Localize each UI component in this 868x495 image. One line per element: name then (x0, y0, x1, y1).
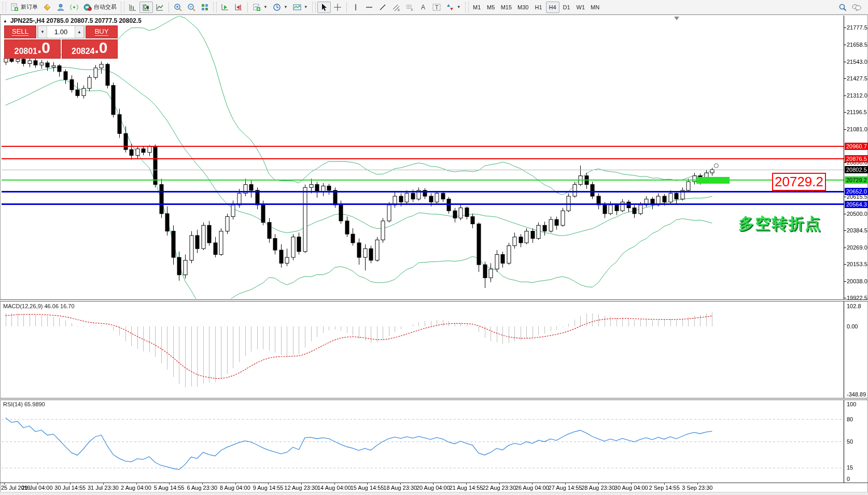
volume-control: ▼ 1.00 ▲ (37, 25, 85, 38)
cursor-button[interactable] (317, 2, 331, 13)
equidistant-channel-icon: E (392, 3, 400, 11)
text-button[interactable]: A (416, 2, 430, 13)
equidistant-channel-button[interactable]: E (389, 2, 403, 13)
toolbar-grip[interactable] (3, 2, 6, 12)
market-button[interactable] (40, 2, 54, 13)
price-tick-label: 21312.0 (847, 92, 867, 99)
templates-button[interactable]: ▼ (290, 2, 311, 13)
time-axis-label: 12 Aug 23:30 (284, 485, 318, 491)
price-tick-label: 20269.0 (847, 244, 867, 251)
timeframe-d1-button[interactable]: D1 (560, 2, 573, 13)
bar-chart-button[interactable] (126, 2, 139, 13)
price-tick-label: 21658.5 (847, 42, 867, 48)
timeframe-m5-button[interactable]: M5 (484, 2, 498, 13)
volume-decrease-button[interactable]: ▼ (38, 26, 47, 38)
price-note-annotation[interactable]: 20729.2 (772, 173, 826, 191)
periods-button[interactable]: ▼ (270, 2, 290, 13)
auto-trading-button[interactable]: 自动交易 (81, 2, 119, 13)
pane-separator-rsi[interactable] (0, 398, 868, 400)
cn-text-annotation[interactable]: 多空转折点 (738, 213, 821, 235)
one-click-trading-panel: SELL ▼ 1.00 ▲ BUY 20801.0 20824.0 (4, 25, 118, 59)
buy-button[interactable]: BUY (86, 25, 118, 38)
trendline-button[interactable] (376, 2, 389, 13)
fibonacci-button[interactable]: F (403, 2, 416, 13)
zoom-out-button[interactable] (185, 2, 198, 13)
profile-button[interactable] (54, 2, 67, 13)
new-order-button[interactable]: 新订单 (8, 2, 40, 13)
timeframe-m15-button[interactable]: M15 (498, 2, 514, 13)
auto-scroll-button[interactable] (218, 2, 232, 13)
tile-windows-button[interactable] (198, 2, 212, 13)
templates-icon (293, 3, 301, 11)
price-level-label-support-lower: 20564.3 (845, 201, 868, 208)
hline-support-upper[interactable] (2, 191, 844, 192)
dropdown-caret-icon: ▼ (304, 5, 308, 9)
bid-price-box[interactable]: 20801.0 (4, 39, 61, 59)
price-tick-label: 20153.5 (847, 261, 867, 267)
periods-clock-icon (273, 3, 281, 11)
chart-shift-marker[interactable] (674, 17, 679, 20)
chart-canvas[interactable] (0, 0, 868, 495)
window-bottom-strip (0, 492, 868, 495)
line-chart-button[interactable] (153, 2, 166, 13)
hline-support-lower[interactable] (2, 203, 844, 205)
volume-value[interactable]: 1.00 (47, 26, 75, 38)
macd-axis-label: 102.8 (847, 303, 861, 309)
ask-price-frac: .0 (94, 40, 107, 56)
timeframe-mn-button[interactable]: MN (588, 2, 602, 13)
timeframe-w1-button[interactable]: W1 (574, 2, 588, 13)
chat-button[interactable] (849, 2, 864, 13)
time-axis-label: 26 Aug 04:00 (515, 485, 549, 491)
time-axis-label: 20 Aug 04:00 (416, 485, 450, 491)
timeframe-m30-button[interactable]: M30 (515, 2, 531, 13)
hline-resistance-upper[interactable] (2, 146, 844, 147)
rsi-axis-label: 50 (847, 438, 853, 445)
time-axis-line (0, 483, 868, 483)
timeframe-m1-button[interactable]: M1 (470, 2, 484, 13)
line-chart-icon (156, 3, 164, 11)
time-axis-label: 6 Aug 23:30 (187, 485, 217, 491)
price-tick-mark (844, 264, 846, 265)
signals-button[interactable] (67, 2, 81, 13)
toolbar-grip[interactable] (121, 2, 124, 12)
candlestick-chart-button[interactable] (139, 2, 153, 13)
search-button[interactable] (836, 2, 849, 13)
volume-increase-button[interactable]: ▲ (75, 26, 84, 38)
chart-title-text: JPN225-,H4 20785.0 20807.5 20777.5 20802… (10, 17, 142, 24)
toolbar-grip[interactable] (213, 2, 217, 12)
chart-shift-button[interactable] (232, 2, 245, 13)
time-axis-label: 30 Aug 04:00 (614, 485, 648, 491)
sell-label: SELL (12, 28, 29, 36)
new-chart-button[interactable]: ▼ (250, 2, 270, 13)
macd-axis-label: -348.89 (847, 391, 866, 397)
crosshair-button[interactable] (331, 2, 344, 13)
arrows-button[interactable]: ▼ (443, 2, 464, 13)
price-tick-label: 21196.5 (847, 109, 867, 115)
toolbar-grip[interactable] (465, 2, 469, 12)
vertical-line-button[interactable] (349, 2, 362, 13)
collapse-panel-icon[interactable]: ▲ (3, 19, 7, 23)
auto-trading-icon (83, 3, 92, 11)
price-tick-mark (844, 129, 846, 130)
pivot-highlight-rect[interactable] (696, 177, 730, 184)
text-label-button[interactable]: T (430, 2, 443, 13)
macd-values: 46.06 16.70 (44, 303, 74, 309)
macd-label: MACD(12,26,9) 46.06 16.70 (3, 303, 75, 309)
ask-price-box[interactable]: 20824.0 (62, 39, 118, 59)
toolbar-grip[interactable] (312, 2, 316, 12)
svg-text:F: F (411, 8, 413, 11)
zoom-in-button[interactable] (171, 2, 185, 13)
pane-separator-macd[interactable] (0, 299, 868, 301)
sell-button[interactable]: SELL (4, 25, 36, 38)
time-axis-label: 5 Aug 14:55 (154, 485, 185, 491)
hline-resistance-lower[interactable] (2, 158, 844, 159)
time-axis-label: 2 Aug 04:00 (121, 485, 151, 491)
signals-icon (70, 3, 78, 11)
timeframe-h4-button[interactable]: H4 (546, 2, 559, 13)
timeframe-h1-button[interactable]: H1 (532, 2, 545, 13)
price-tick-mark (844, 78, 846, 79)
horizontal-line-button[interactable] (362, 2, 376, 13)
candlestick-chart-icon (142, 3, 150, 11)
price-tick-label: 20038.0 (847, 278, 867, 284)
tile-windows-icon (201, 3, 209, 11)
